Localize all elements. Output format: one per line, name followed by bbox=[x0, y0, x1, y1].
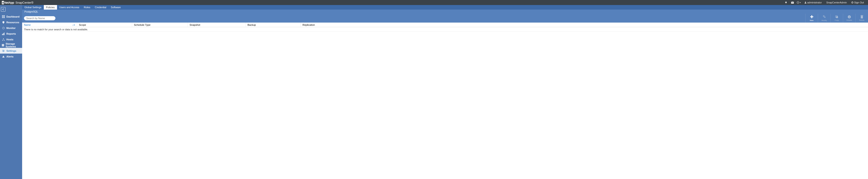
top-header: nNetApp SnapCenter® ? ▼ administrator Sn… bbox=[0, 0, 868, 5]
bell-icon[interactable] bbox=[783, 0, 789, 5]
signout-link[interactable]: Sign Out bbox=[849, 0, 866, 5]
svg-point-3 bbox=[805, 2, 806, 2]
brand-logo: nNetApp bbox=[2, 1, 14, 4]
role-link[interactable]: SnapCenterAdmin bbox=[824, 0, 849, 5]
product-name: SnapCenter® bbox=[16, 1, 34, 4]
user-link[interactable]: administrator bbox=[802, 0, 824, 5]
help-icon[interactable]: ? ▼ bbox=[796, 0, 802, 5]
svg-text:?: ? bbox=[798, 2, 799, 3]
mail-icon[interactable] bbox=[789, 0, 796, 5]
brand: nNetApp SnapCenter® bbox=[2, 1, 34, 4]
